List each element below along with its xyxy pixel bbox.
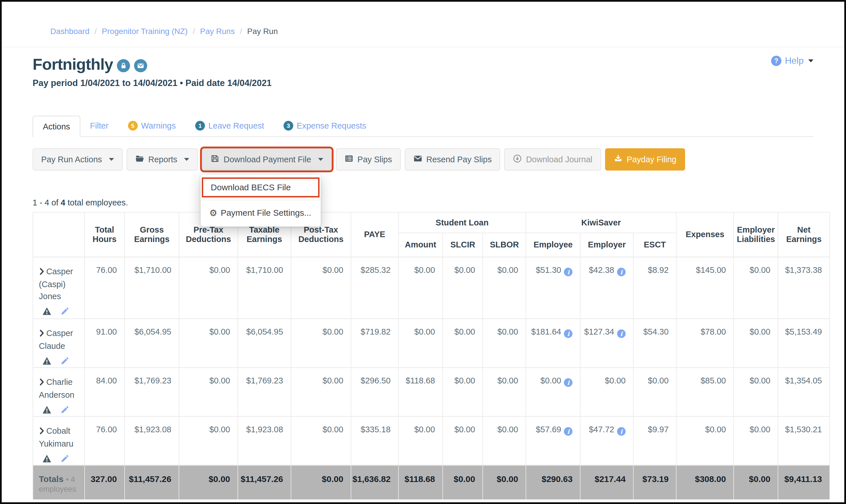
- info-icon[interactable]: i: [617, 427, 625, 436]
- tab-leave-request[interactable]: 1 Leave Request: [186, 115, 274, 136]
- table-cell: $0.00: [483, 416, 526, 465]
- cell-value: $0.00: [705, 425, 726, 434]
- table-cell: $0.00: [399, 257, 443, 319]
- help-menu[interactable]: ? Help: [771, 55, 813, 66]
- menu-item-label: Payment File Settings...: [221, 208, 311, 218]
- expand-chevron-icon[interactable]: [39, 328, 45, 340]
- tab-expense-requests[interactable]: 3 Expense Requests: [274, 115, 376, 136]
- employee-name-cell: Casper (Caspi) Jones: [33, 257, 85, 319]
- button-label: Reports: [148, 155, 177, 164]
- info-icon[interactable]: i: [564, 378, 572, 387]
- pay-slips-button[interactable]: Pay Slips: [336, 148, 401, 170]
- cell-value: $0.00: [497, 266, 518, 274]
- breadcrumb-dashboard[interactable]: Dashboard: [50, 27, 89, 36]
- expand-chevron-icon[interactable]: [39, 377, 45, 389]
- table-cell: $0.00: [399, 319, 443, 367]
- tab-filter[interactable]: Filter: [80, 115, 118, 136]
- payday-filing-button[interactable]: Payday Filing: [605, 148, 685, 170]
- table-cell: $1,710.00: [125, 257, 179, 319]
- cell-value: $0.00: [414, 327, 435, 336]
- lock-icon[interactable]: [117, 59, 130, 72]
- table-cell: $181.64i: [526, 319, 581, 367]
- envelope-icon[interactable]: [134, 59, 147, 72]
- cell-value: $73.19: [642, 474, 669, 484]
- download-payment-file-button[interactable]: Download Payment File: [202, 148, 332, 170]
- employee-name-cell: Cobalt Yukimaru: [33, 416, 85, 465]
- info-icon[interactable]: i: [564, 268, 572, 276]
- column-header: ESCT: [633, 233, 676, 257]
- table-cell: $0.00: [443, 367, 483, 416]
- table-cell: $1,769.23: [125, 367, 179, 416]
- table-cell: $5,153.49: [778, 319, 830, 367]
- kiwisaver-group-header: KiwiSaver: [526, 212, 676, 233]
- cell-value: $0.00: [322, 474, 343, 484]
- menu-item-label: Download BECS File: [211, 183, 291, 192]
- button-label: Pay Run Actions: [41, 155, 102, 164]
- cell-value: $0.00: [414, 266, 435, 274]
- breadcrumb-pay-runs[interactable]: Pay Runs: [200, 27, 235, 36]
- cell-value: $1,710.00: [134, 266, 171, 274]
- cell-value: $145.00: [696, 266, 726, 274]
- employee-name-cell: Casper Claude: [33, 319, 85, 367]
- info-icon[interactable]: i: [564, 329, 572, 338]
- edit-pencil-icon[interactable]: [60, 454, 69, 465]
- employee-row: Charlie Anderson84.00$1,769.23$0.00$1,76…: [33, 367, 830, 416]
- cell-value: $1,769.23: [134, 376, 171, 385]
- download-becs-file-item[interactable]: Download BECS File: [202, 177, 319, 197]
- cell-value: $0.00: [209, 425, 230, 434]
- table-cell: $127.34i: [580, 319, 633, 367]
- table-cell: $1,636.82: [351, 465, 398, 500]
- table-cell: $9.97: [633, 416, 676, 465]
- cell-value: $335.18: [361, 425, 391, 434]
- cell-value: $0.00: [323, 425, 343, 434]
- employee-row: Cobalt Yukimaru76.00$1,923.08$0.00$1,923…: [33, 416, 830, 465]
- expand-chevron-icon[interactable]: [39, 426, 45, 438]
- breadcrumb-business[interactable]: Progenitor Training (NZ): [102, 27, 188, 36]
- table-cell: 76.00: [85, 416, 125, 465]
- info-icon[interactable]: i: [564, 427, 572, 436]
- table-cell: $0.00: [291, 367, 351, 416]
- cell-value: $47.72: [589, 425, 614, 434]
- download-journal-button[interactable]: Download Journal: [504, 148, 601, 170]
- warning-icon: [42, 307, 51, 318]
- cell-value: $1,636.82: [352, 474, 390, 484]
- cell-value: 76.00: [96, 425, 117, 434]
- cell-value: $0.00: [541, 376, 561, 385]
- table-cell: $51.30i: [526, 257, 581, 319]
- table-cell: $85.00: [676, 367, 734, 416]
- edit-pencil-icon[interactable]: [60, 307, 69, 318]
- column-header: SLCIR: [443, 233, 483, 257]
- button-label: Pay Slips: [357, 155, 392, 164]
- info-icon[interactable]: i: [617, 268, 625, 276]
- totals-row: Totals • 4 employees327.00$11,457.26$0.0…: [33, 465, 830, 500]
- expand-chevron-icon[interactable]: [39, 266, 45, 278]
- cell-value: $0.00: [750, 266, 771, 274]
- tab-warnings[interactable]: 5 Warnings: [118, 115, 186, 136]
- table-cell: $47.72i: [580, 416, 633, 465]
- reports-button[interactable]: Reports: [127, 148, 198, 170]
- cell-value: $51.30: [536, 266, 561, 274]
- tab-label: Actions: [43, 122, 70, 131]
- resend-pay-slips-button[interactable]: Resend Pay Slips: [405, 148, 500, 170]
- column-header: Net Earnings: [778, 212, 830, 257]
- table-cell: $0.00: [179, 367, 238, 416]
- edit-pencil-icon[interactable]: [60, 406, 69, 416]
- student-loan-group-header: Student Loan: [399, 212, 526, 233]
- employee-count-summary: 1 - 4 of 4 total employees.: [33, 198, 813, 208]
- cell-value: $0.00: [749, 474, 770, 484]
- table-cell: $0.00: [676, 416, 734, 465]
- pay-run-actions-button[interactable]: Pay Run Actions: [33, 148, 123, 170]
- payment-file-settings-item[interactable]: ⚙ Payment File Settings...: [201, 203, 321, 222]
- table-cell: $0.00: [399, 416, 443, 465]
- cell-value: $11,457.26: [129, 474, 172, 484]
- table-cell: $0.00: [291, 257, 351, 319]
- cell-value: $1,530.21: [785, 425, 822, 434]
- edit-pencil-icon[interactable]: [60, 357, 69, 367]
- cell-value: $1,923.08: [134, 425, 171, 434]
- tab-bar: Actions Filter 5 Warnings 1 Leave Reques…: [33, 115, 813, 137]
- table-cell: $285.32: [351, 257, 398, 319]
- warnings-count-badge: 5: [128, 121, 138, 130]
- info-icon[interactable]: i: [617, 329, 625, 338]
- tab-actions[interactable]: Actions: [33, 116, 80, 137]
- tab-label: Expense Requests: [297, 121, 366, 130]
